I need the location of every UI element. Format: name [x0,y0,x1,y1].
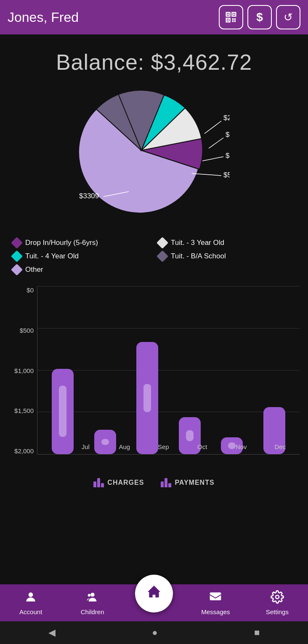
home-circle[interactable] [135,575,173,612]
legend-label-4yr: Tuit. - 4 Year Old [25,252,79,260]
pie-label-3309: $3309 [79,192,99,200]
legend-item-drop-in: Drop In/Hourly (5-6yrs) [13,239,150,247]
android-nav-bar: ◀ ● ■ [0,621,308,644]
settings-label: Settings [266,608,289,615]
bar-group-sep [136,287,158,454]
pie-chart: $255 $480 $230 $521 $3309 [78,83,230,226]
pie-label-521: $521 [223,171,230,179]
x-label-dec: Dec [261,443,300,450]
nav-settings[interactable]: Settings [247,590,308,615]
svg-point-27 [90,593,94,597]
android-home-button[interactable]: ● [152,627,157,638]
bar-group-aug [94,287,116,454]
y-label-0: $0 [8,287,37,294]
bar-jul-payment [59,386,66,437]
chart-area: Jul Aug Sep Oct Nov Dec [37,287,300,455]
x-label-nov: Nov [222,443,261,450]
svg-point-28 [88,594,90,597]
x-axis-labels: Jul Aug Sep Oct Nov Dec [66,439,300,454]
refresh-icon: ↺ [284,11,293,24]
svg-rect-18 [234,21,236,22]
messages-icon [209,590,222,607]
android-recent-button[interactable]: ■ [254,627,260,638]
home-icon [146,584,162,604]
legend-color-4yr [11,250,23,262]
y-axis-labels: $2,000 $1,500 $1,000 $500 $0 [8,287,37,455]
bottom-navigation: Account Children Messages Settings [0,584,308,621]
legend-item-other: Other [13,265,150,274]
legend-color-drop-in [11,237,23,249]
bar-sep-charge [136,342,158,454]
pie-label-255: $255 [223,114,230,122]
x-label-oct: Oct [183,443,222,450]
pie-chart-svg: $255 $480 $230 $521 $3309 [78,83,230,218]
nav-children[interactable]: Children [61,590,123,615]
svg-point-30 [276,595,279,599]
bar-chart-legend: CHARGES PAYMENTS [8,471,300,492]
charges-icon [93,478,104,487]
dollar-icon: $ [256,11,263,24]
bar-chart-wrapper: $2,000 $1,500 $1,000 $500 $0 [8,287,300,471]
header-actions: $ ↺ [219,5,300,29]
svg-line-22 [209,138,223,148]
legend-label-school: Tuit. - B/A School [171,252,226,260]
account-label: Account [19,608,42,615]
svg-line-23 [202,157,223,161]
payments-label: PAYMENTS [175,479,214,486]
charges-label: CHARGES [107,479,144,486]
svg-point-26 [29,592,33,597]
bar-group-nov [221,287,243,454]
balance-section: Balance: $3,462.72 [0,34,308,79]
y-label-500: $500 [8,327,37,334]
pie-label-230: $230 [226,152,230,160]
svg-rect-17 [232,21,234,22]
svg-rect-16 [234,18,236,20]
bar-chart-section: $2,000 $1,500 $1,000 $500 $0 [0,278,308,496]
payments-icon [161,478,171,487]
nav-home[interactable] [123,584,185,622]
legend-color-3yr [157,237,168,249]
legend-color-other [11,264,23,276]
bar-group-dec [263,287,285,454]
nav-account[interactable]: Account [0,590,61,615]
pie-label-480: $480 [226,131,230,139]
legend-label-drop-in: Drop In/Hourly (5-6yrs) [25,239,98,247]
pie-chart-section: $255 $480 $230 $521 $3309 [0,79,308,234]
bars-container [37,287,300,454]
svg-line-21 [204,121,221,134]
bar-group-jul [52,287,74,454]
user-name: Jones, Fred [8,10,79,25]
y-label-1000: $1,000 [8,367,37,374]
nav-messages[interactable]: Messages [185,590,246,615]
settings-icon [271,590,284,607]
legend-item-3yr: Tuit. - 3 Year Old [158,239,295,247]
legend-item-school: Tuit. - B/A School [158,252,295,260]
legend-label-other: Other [25,265,43,274]
legend-payments: PAYMENTS [161,478,214,487]
app-header: Jones, Fred $ ↺ [0,0,308,34]
messages-label: Messages [201,608,230,615]
bar-sep-payment [143,384,151,412]
legend-color-school [157,250,168,262]
y-label-2000: $2,000 [8,447,37,455]
account-icon [24,590,37,607]
svg-rect-5 [227,19,229,21]
dollar-button[interactable]: $ [247,5,272,29]
children-icon [86,590,99,607]
svg-rect-15 [232,18,234,20]
refresh-button[interactable]: ↺ [276,5,300,29]
legend-item-4yr: Tuit. - 4 Year Old [13,252,150,260]
children-label: Children [81,608,104,615]
svg-rect-29 [210,592,221,600]
main-content: Balance: $3,462.72 [0,34,308,500]
y-label-1500: $1,500 [8,407,37,414]
legend-charges: CHARGES [93,478,144,487]
qr-code-button[interactable] [219,5,243,29]
chart-legend: Drop In/Hourly (5-6yrs) Tuit. - 3 Year O… [0,234,308,278]
balance-display: Balance: $3,462.72 [56,50,252,74]
x-label-sep: Sep [144,443,183,450]
android-back-button[interactable]: ◀ [48,627,56,638]
x-label-aug: Aug [105,443,144,450]
x-label-jul: Jul [66,443,105,450]
svg-rect-4 [233,13,235,15]
